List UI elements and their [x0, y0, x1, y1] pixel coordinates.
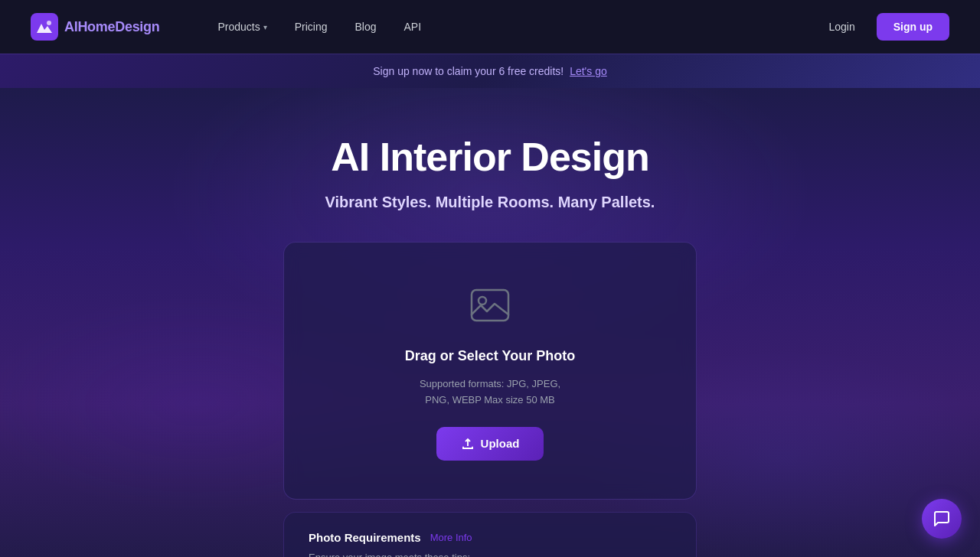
svg-point-1 [47, 21, 51, 25]
logo[interactable]: AIHomeDesign [31, 13, 159, 41]
svg-rect-0 [31, 13, 58, 41]
req-header: Photo Requirements More Info [309, 531, 671, 544]
logo-text: AIHomeDesign [64, 19, 159, 35]
navbar: AIHomeDesign Products ▾ Pricing Blog API… [0, 0, 980, 54]
svg-rect-2 [472, 290, 508, 321]
nav-blog[interactable]: Blog [342, 15, 388, 39]
more-info-link[interactable]: More Info [430, 532, 472, 543]
req-title: Photo Requirements [309, 531, 421, 544]
upload-formats: Supported formats: JPG, JPEG, PNG, WEBP … [420, 376, 560, 409]
upload-card[interactable]: Drag or Select Your Photo Supported form… [283, 242, 697, 500]
chat-bubble-button[interactable] [922, 499, 962, 539]
photo-placeholder-icon [466, 281, 514, 330]
hero-title: AI Interior Design [331, 134, 648, 180]
svg-point-3 [479, 297, 486, 305]
banner-link[interactable]: Let's go [570, 65, 607, 77]
chat-icon [933, 510, 951, 528]
promo-banner: Sign up now to claim your 6 free credits… [0, 54, 980, 88]
banner-text: Sign up now to claim your 6 free credits… [373, 65, 564, 77]
nav-pricing[interactable]: Pricing [283, 15, 340, 39]
login-button[interactable]: Login [819, 15, 864, 39]
requirements-card: Photo Requirements More Info Ensure your… [283, 512, 697, 557]
logo-icon [31, 13, 58, 41]
nav-links: Products ▾ Pricing Blog API [205, 15, 433, 39]
chevron-down-icon: ▾ [263, 23, 267, 31]
hero-subtitle: Vibrant Styles. Multiple Rooms. Many Pal… [325, 194, 655, 211]
upload-title: Drag or Select Your Photo [405, 348, 575, 364]
upload-button[interactable]: Upload [436, 427, 544, 461]
nav-api[interactable]: API [392, 15, 434, 39]
navbar-right: Login Sign up [819, 13, 949, 41]
nav-products[interactable]: Products ▾ [205, 15, 279, 39]
upload-icon [461, 437, 475, 451]
navbar-left: AIHomeDesign Products ▾ Pricing Blog API [31, 13, 433, 41]
signup-button[interactable]: Sign up [877, 13, 949, 41]
hero-section: AI Interior Design Vibrant Styles. Multi… [0, 88, 980, 557]
req-description: Ensure your image meets these tips: [309, 550, 671, 557]
